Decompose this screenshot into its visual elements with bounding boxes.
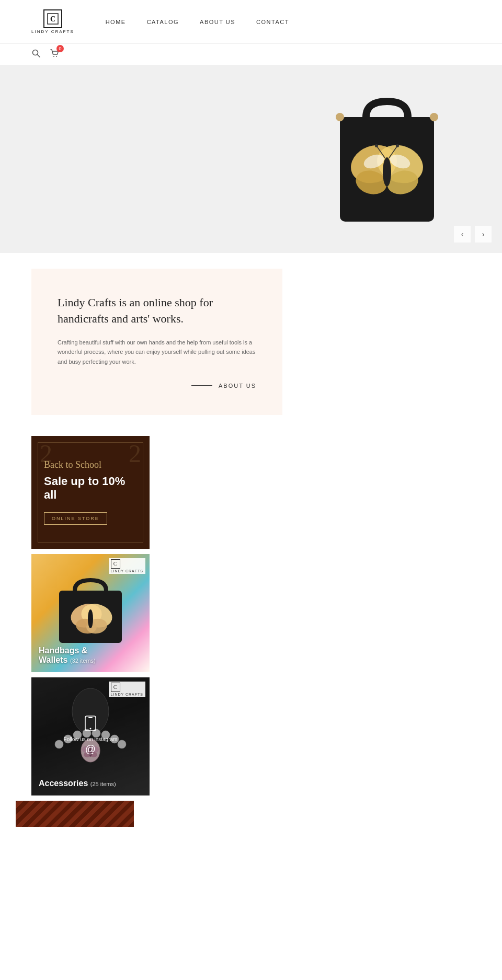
handbags-overlay-text: Handbags & Wallets (32 items) [39, 646, 96, 665]
search-icon-wrapper[interactable] [31, 49, 41, 60]
nav-about-us[interactable]: ABOUT US [189, 15, 246, 29]
accessories-title: Accessories (25 items) [39, 779, 116, 788]
nav-home[interactable]: HOME [95, 15, 136, 29]
svg-point-4 [53, 56, 54, 57]
hero-banner: ‹ › [0, 65, 502, 253]
hero-product-image [324, 86, 450, 245]
handbags-title: Handbags & [39, 646, 96, 655]
about-section: Lindy Crafts is an online shop for handi… [0, 253, 502, 436]
logo[interactable]: C LINDY CRAFTS [31, 9, 74, 34]
top-bar: 0 [0, 44, 502, 65]
bottom-stripe [16, 801, 134, 827]
handbags-category-card[interactable]: C LINDY CRAFTS Handbags & Wallets (32 it… [31, 554, 150, 672]
about-description: Crafting beautiful stuff with our own ha… [58, 338, 256, 367]
sale-main-text: Sale up to 10% all [44, 475, 137, 502]
instagram-follow-text: Follow us on instagram [64, 736, 118, 742]
cart-icon-wrapper[interactable]: 0 [49, 48, 60, 61]
main-nav: HOME CATALOG ABOUT US CONTACT [95, 15, 300, 29]
svg-point-7 [336, 113, 344, 121]
svg-point-42 [90, 728, 92, 729]
svg-line-3 [38, 55, 40, 57]
hero-next-button[interactable]: › [475, 226, 492, 243]
handbags-subtitle: Wallets (32 items) [39, 655, 96, 665]
sale-decorative-number: 2 [40, 441, 52, 466]
handbags-card-bg: C LINDY CRAFTS Handbags & Wallets (32 it… [31, 554, 150, 672]
sale-script-text: Back to School [44, 459, 137, 470]
svg-point-8 [430, 113, 438, 121]
category-logo-watermark: C LINDY CRAFTS [109, 558, 145, 574]
hero-prev-button[interactable]: ‹ [454, 226, 471, 243]
nav-catalog[interactable]: CATALOG [136, 15, 189, 29]
header: C LINDY CRAFTS HOME CATALOG ABOUT US CON… [0, 0, 502, 44]
search-icon [31, 49, 41, 58]
sale-cta-button[interactable]: ONLINE STORE [44, 512, 107, 525]
cart-badge: 0 [56, 45, 64, 52]
accessories-category-card[interactable]: C LINDY CRAFTS Follow us on instagram @ … [31, 677, 150, 795]
svg-point-18 [375, 144, 378, 147]
about-link-label: ABOUT US [219, 383, 256, 389]
accessories-logo-watermark: C LINDY CRAFTS [109, 682, 145, 697]
svg-point-5 [56, 56, 57, 57]
about-line-decoration [191, 385, 212, 386]
svg-rect-43 [88, 717, 93, 718]
accessories-overlay-text: Accessories (25 items) [39, 779, 116, 788]
phone-icon [85, 716, 96, 733]
logo-text: LINDY CRAFTS [31, 29, 74, 34]
about-title: Lindy Crafts is an online shop for handi… [58, 295, 256, 327]
instagram-overlay: C LINDY CRAFTS Follow us on instagram @ [31, 677, 150, 795]
sale-section: 2 2 Back to School Sale up to 10% all ON… [0, 436, 502, 554]
about-card: Lindy Crafts is an online shop for handi… [31, 269, 282, 415]
sale-decorative-number2: 2 [129, 441, 141, 466]
bottom-stripe-section [0, 801, 502, 827]
handbags-category-section: C LINDY CRAFTS Handbags & Wallets (32 it… [0, 554, 502, 677]
svg-text:C: C [50, 15, 55, 23]
svg-point-25 [88, 609, 93, 628]
handbags-count: (32 items) [70, 658, 96, 664]
about-link[interactable]: ABOUT US [58, 383, 256, 389]
accessories-count: (25 items) [90, 781, 116, 787]
logo-icon: C [43, 9, 62, 28]
handbags-product-illustration [49, 564, 132, 648]
sale-banner: 2 2 Back to School Sale up to 10% all ON… [31, 436, 150, 549]
accessories-category-section: C LINDY CRAFTS Follow us on instagram @ … [0, 677, 502, 801]
nav-contact[interactable]: CONTACT [246, 15, 300, 29]
svg-point-19 [396, 144, 399, 147]
instagram-at-symbol: @ [85, 743, 96, 755]
svg-point-15 [383, 157, 391, 187]
accessories-card-bg: C LINDY CRAFTS Follow us on instagram @ … [31, 677, 150, 795]
